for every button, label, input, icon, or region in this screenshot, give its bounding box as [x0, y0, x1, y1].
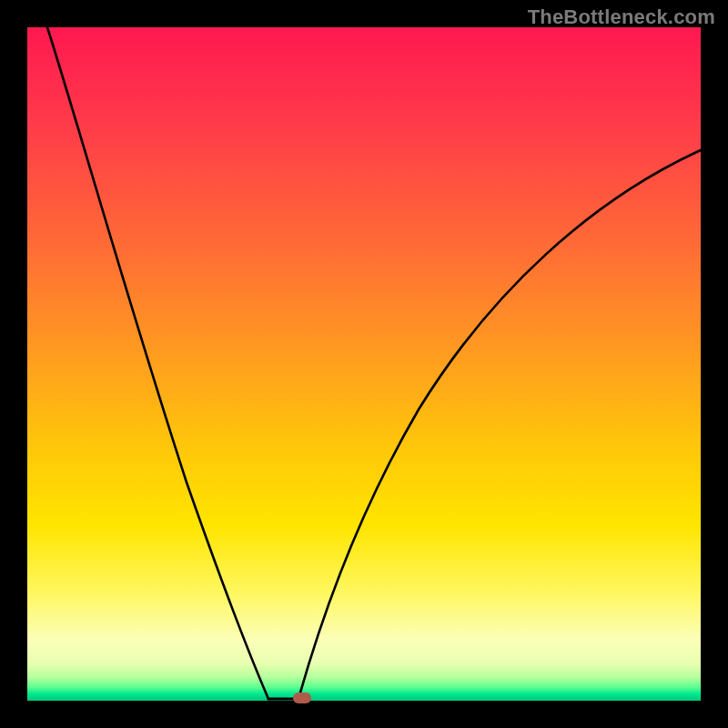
- min-marker: [293, 693, 311, 703]
- plot-area: [27, 27, 701, 701]
- chart-container: TheBottleneck.com: [0, 0, 728, 728]
- curve-right-branch: [298, 150, 701, 699]
- curve-left-branch: [47, 27, 268, 699]
- watermark-text: TheBottleneck.com: [528, 5, 715, 29]
- bottleneck-curve: [27, 27, 701, 701]
